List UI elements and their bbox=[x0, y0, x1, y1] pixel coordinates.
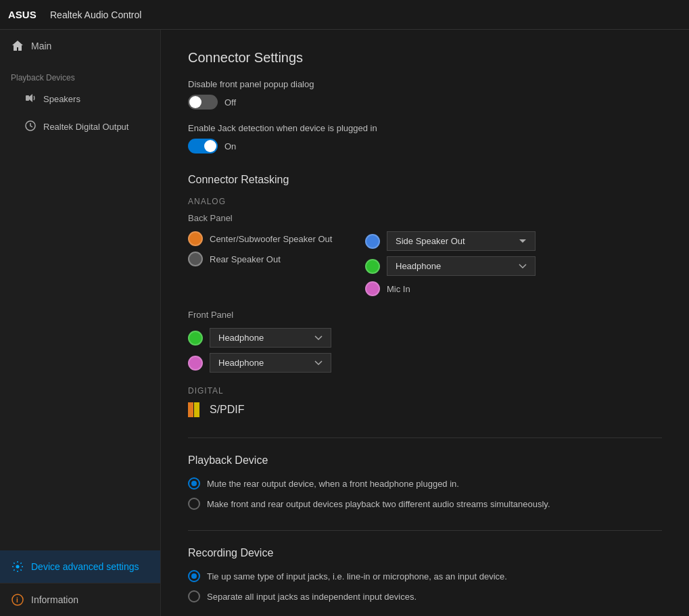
playback-option-2-label: Make front and rear output devices playb… bbox=[207, 499, 550, 509]
dot-front-hp2 bbox=[188, 356, 203, 371]
enable-jack-state: On bbox=[224, 141, 236, 151]
playback-option-2-row: Make front and rear output devices playb… bbox=[188, 498, 662, 510]
recording-option-1-label: Tie up same type of input jacks, i.e. li… bbox=[207, 571, 507, 582]
playback-device-title: Playback Device bbox=[188, 454, 662, 467]
connector-row-rear-speaker: Rear Speaker Out bbox=[188, 252, 345, 266]
front-hp1-dropdown[interactable]: Headphone bbox=[210, 328, 331, 348]
playback-devices-section-label: Playback Devices bbox=[0, 62, 160, 85]
title-bar: ASUS Realtek Audio Control bbox=[0, 0, 689, 30]
rear-speaker-name: Rear Speaker Out bbox=[210, 254, 345, 264]
sidebar-item-main[interactable]: Main bbox=[0, 30, 160, 62]
front-hp2-dropdown[interactable]: Headphone bbox=[210, 353, 331, 373]
information-label: Information bbox=[31, 594, 78, 605]
enable-jack-setting: Enable Jack detection when device is plu… bbox=[188, 123, 662, 153]
settings-icon bbox=[11, 560, 24, 573]
dot-side-speaker bbox=[365, 234, 380, 249]
side-speaker-dropdown[interactable]: Side Speaker Out bbox=[387, 231, 536, 251]
svg-text:ASUS: ASUS bbox=[8, 9, 37, 20]
sidebar-item-information[interactable]: i Information bbox=[0, 583, 160, 616]
center-sub-name: Center/Subwoofer Speaker Out bbox=[210, 234, 345, 244]
connector-row-center-sub: Center/Subwoofer Speaker Out bbox=[188, 231, 345, 246]
sidebar-item-device-advanced-settings[interactable]: Device advanced settings bbox=[0, 550, 160, 583]
spdif-icon bbox=[188, 402, 203, 417]
digital-label: DIGITAL bbox=[188, 386, 662, 396]
front-connector-row-1: Headphone bbox=[188, 328, 662, 348]
headphone-dropdown[interactable]: Headphone bbox=[387, 256, 536, 276]
back-panel-label: Back Panel bbox=[188, 213, 662, 223]
recording-option-1-row: Tie up same type of input jacks, i.e. li… bbox=[188, 570, 662, 582]
recording-option-2-label: Separate all input jacks as independent … bbox=[207, 592, 417, 602]
main-label: Main bbox=[31, 41, 51, 51]
app-title: Realtek Audio Control bbox=[50, 9, 141, 20]
svg-text:i: i bbox=[16, 596, 18, 604]
mic-in-name: Mic In bbox=[387, 284, 410, 294]
disable-popup-state: Off bbox=[224, 97, 236, 108]
dot-center-sub bbox=[188, 231, 203, 246]
sidebar: Main Playback Devices Speakers bbox=[0, 30, 161, 616]
svg-point-3 bbox=[16, 565, 20, 569]
enable-jack-toggle[interactable] bbox=[188, 139, 218, 153]
dot-front-hp1 bbox=[188, 331, 203, 346]
enable-jack-label: Enable Jack detection when device is plu… bbox=[188, 123, 662, 133]
digital-output-icon bbox=[24, 120, 37, 134]
right-connector-row-side: Side Speaker Out bbox=[365, 231, 536, 251]
recording-option-2-row: Separate all input jacks as independent … bbox=[188, 590, 662, 602]
information-icon: i bbox=[11, 593, 24, 607]
dot-mic-in bbox=[365, 281, 380, 296]
connector-retasking-title: Connector Retasking bbox=[188, 174, 662, 186]
dot-headphone bbox=[365, 259, 380, 274]
connector-settings-title: Connector Settings bbox=[188, 50, 662, 66]
recording-radio-2[interactable] bbox=[188, 590, 200, 602]
playback-option-1-label: Mute the rear output device, when a fron… bbox=[207, 479, 459, 489]
recording-radio-1[interactable] bbox=[188, 570, 200, 582]
disable-popup-toggle[interactable] bbox=[188, 95, 218, 110]
left-connectors: Center/Subwoofer Speaker Out Rear Speake… bbox=[188, 231, 345, 266]
asus-logo: ASUS bbox=[8, 7, 42, 23]
content-area: Connector Settings Disable front panel p… bbox=[161, 30, 689, 616]
side-speaker-value: Side Speaker Out bbox=[396, 236, 465, 246]
front-panel-label: Front Panel bbox=[188, 310, 662, 320]
realtek-output-label: Realtek Digital Output bbox=[43, 122, 128, 132]
spdif-row: S/PDIF bbox=[188, 402, 662, 417]
right-connector-row-headphone: Headphone bbox=[365, 256, 536, 276]
playback-option-1-row: Mute the rear output device, when a fron… bbox=[188, 477, 662, 490]
playback-radio-2[interactable] bbox=[188, 498, 200, 510]
home-icon bbox=[11, 39, 24, 53]
headphone-value: Headphone bbox=[396, 261, 441, 271]
device-advanced-settings-label: Device advanced settings bbox=[31, 561, 139, 572]
svg-rect-1 bbox=[26, 95, 29, 101]
front-connector-row-2: Headphone bbox=[188, 353, 662, 373]
sidebar-item-realtek-output[interactable]: Realtek Digital Output bbox=[0, 113, 160, 141]
spdif-label: S/PDIF bbox=[210, 404, 245, 416]
playback-radio-1[interactable] bbox=[188, 477, 200, 490]
speakers-label: Speakers bbox=[43, 94, 80, 104]
front-hp2-value: Headphone bbox=[218, 358, 264, 368]
disable-popup-setting: Disable front panel popup dialog Off bbox=[188, 79, 662, 110]
front-panel-section: Front Panel Headphone Headph bbox=[188, 310, 662, 373]
sidebar-item-speakers[interactable]: Speakers bbox=[0, 85, 160, 113]
analog-label: ANALOG bbox=[188, 197, 662, 206]
dot-rear-speaker bbox=[188, 252, 203, 266]
right-connector-row-mic: Mic In bbox=[365, 281, 536, 296]
speakers-icon bbox=[24, 92, 37, 106]
front-hp1-value: Headphone bbox=[218, 333, 264, 343]
disable-popup-label: Disable front panel popup dialog bbox=[188, 79, 662, 89]
recording-device-title: Recording Device bbox=[188, 547, 662, 559]
